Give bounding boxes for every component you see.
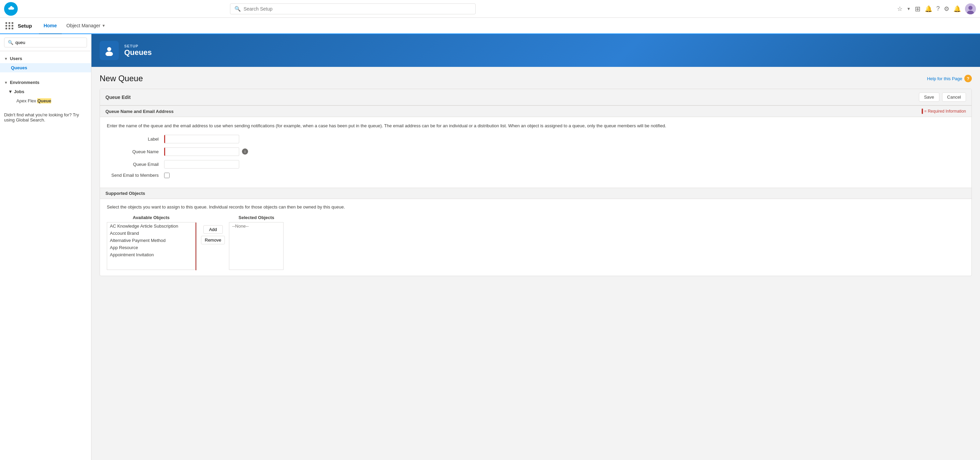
list-item[interactable]: Account Brand (107, 230, 195, 237)
queue-email-field-label: Queue Email (107, 162, 161, 167)
sidebar-section-users: ▼ Users Queues (0, 51, 91, 75)
avatar[interactable] (965, 3, 976, 14)
objects-middle: Add Remove (197, 215, 229, 244)
label-input[interactable] (164, 135, 239, 143)
sidebar-group-users[interactable]: ▼ Users (0, 54, 91, 63)
label-row: Label (107, 135, 965, 143)
supported-objects-body: Select the objects you want to assign to… (100, 199, 972, 276)
list-item[interactable]: App Resource (107, 244, 195, 251)
page-content: New Queue Help for this Page ? Queue Edi… (91, 67, 980, 283)
info-icon[interactable]: i (242, 148, 248, 154)
sidebar-search-inner: 🔍 (4, 38, 87, 48)
send-email-checkbox[interactable] (164, 173, 170, 178)
queue-email-row: Queue Email (107, 160, 965, 169)
layout: 🔍 ▼ Users Queues ▼ Environments ▼ Jobs (0, 34, 980, 460)
chevron-down-icon: ▼ (102, 24, 105, 28)
queue-name-row: Queue Name i (107, 147, 965, 156)
available-objects-column: Available Objects AC Knowledge Article S… (107, 215, 196, 270)
second-nav: Setup Home Object Manager ▼ (0, 18, 980, 34)
queue-description: Enter the name of the queue and the emai… (107, 123, 965, 129)
required-bar (922, 108, 923, 114)
sidebar-group-environments[interactable]: ▼ Environments (0, 78, 91, 87)
available-objects-list[interactable]: AC Knowledge Article Subscription Accoun… (107, 222, 196, 270)
page-title-row: New Queue Help for this Page ? (100, 74, 972, 83)
selected-objects-list[interactable]: --None-- (229, 222, 283, 270)
queue-email-input[interactable] (164, 160, 239, 169)
objects-columns: Available Objects AC Knowledge Article S… (107, 215, 965, 270)
app-name: Setup (18, 23, 32, 29)
cancel-button[interactable]: Cancel (942, 92, 966, 102)
sidebar-not-found: Didn't find what you're looking for? Try… (0, 108, 91, 127)
main-content: SETUP Queues New Queue Help for this Pag… (91, 34, 980, 460)
selected-objects-header: Selected Objects (229, 215, 283, 220)
queue-edit-header: Queue Edit Save Cancel (100, 89, 972, 105)
gear-icon[interactable]: ⚙ (944, 5, 949, 13)
star-icon[interactable]: ☆ (897, 5, 902, 13)
form-card: Queue Edit Save Cancel Queue Name and Em… (100, 89, 972, 276)
add-button[interactable]: Add (204, 225, 223, 234)
help-link[interactable]: Help for this Page ? (927, 75, 972, 82)
sidebar-sub-group-jobs[interactable]: ▼ Jobs (0, 87, 91, 96)
top-nav-actions: ☆ ▼ ⊞ 🔔 ? ⚙ 🔔 (897, 3, 976, 14)
queue-name-field-label: Queue Name (107, 149, 161, 154)
sidebar-item-queues[interactable]: Queues (0, 63, 91, 72)
tab-home[interactable]: Home (39, 18, 62, 34)
search-bar: 🔍 (230, 3, 476, 14)
setup-eyebrow: SETUP (124, 44, 152, 48)
dropdown-icon[interactable]: ▼ (907, 6, 911, 11)
queue-edit-title: Queue Edit (105, 94, 131, 100)
queue-name-input[interactable] (164, 147, 239, 156)
search-input[interactable] (243, 6, 471, 11)
send-email-field-label: Send Email to Members (107, 173, 161, 178)
send-email-row: Send Email to Members (107, 173, 965, 178)
available-objects-header: Available Objects (107, 215, 196, 220)
sidebar-search: 🔍 (0, 34, 91, 51)
chevron-down-icon: ▼ (4, 57, 8, 61)
list-item[interactable]: AC Knowledge Article Subscription (107, 223, 195, 230)
queue-name-section-header: Queue Name and Email Address = Required … (100, 106, 972, 117)
setup-header-text: SETUP Queues (124, 44, 152, 57)
search-bar-wrapper: 🔍 (230, 3, 476, 14)
svg-point-4 (107, 47, 111, 51)
help-link-text: Help for this Page (927, 76, 962, 81)
setup-header: SETUP Queues (91, 34, 980, 67)
setup-header-icon (100, 41, 119, 60)
svg-point-2 (969, 6, 972, 10)
salesforce-logo[interactable] (4, 2, 18, 16)
required-indicator: = Required Information (922, 108, 966, 114)
save-button[interactable]: Save (919, 92, 939, 102)
search-highlight: Queue (37, 98, 51, 103)
app-menu-icon[interactable] (5, 22, 14, 29)
queue-name-section: Queue Name and Email Address = Required … (100, 105, 972, 188)
chevron-down-icon: ▼ (4, 81, 8, 84)
supported-objects-section: Supported Objects Select the objects you… (100, 188, 972, 276)
sidebar: 🔍 ▼ Users Queues ▼ Environments ▼ Jobs (0, 34, 91, 460)
supported-objects-header: Supported Objects (100, 188, 972, 199)
remove-button[interactable]: Remove (201, 236, 225, 244)
list-item[interactable]: Alternative Payment Method (107, 237, 195, 244)
sidebar-search-icon: 🔍 (8, 40, 13, 45)
help-icon: ? (964, 75, 972, 82)
supported-objects-description: Select the objects you want to assign to… (107, 204, 965, 210)
list-item: --None-- (232, 223, 280, 229)
bell-icon[interactable]: 🔔 (925, 5, 932, 13)
form-section-actions: Save Cancel (919, 92, 966, 102)
chevron-down-icon: ▼ (8, 89, 13, 94)
list-item[interactable]: Appointment Invitation (107, 251, 195, 258)
top-nav: 🔍 ☆ ▼ ⊞ 🔔 ? ⚙ 🔔 (0, 0, 980, 18)
svg-point-5 (105, 51, 113, 56)
tab-object-manager[interactable]: Object Manager ▼ (62, 18, 111, 34)
supported-objects-title: Supported Objects (105, 191, 145, 196)
page-title: New Queue (100, 74, 143, 83)
queue-name-form-body: Enter the name of the queue and the emai… (100, 117, 972, 188)
sidebar-search-input[interactable] (15, 40, 83, 45)
question-icon[interactable]: ? (936, 5, 940, 12)
add-icon[interactable]: ⊞ (915, 5, 921, 13)
setup-title: Queues (124, 48, 152, 57)
queue-name-title: Queue Name and Email Address (105, 109, 174, 114)
sidebar-item-apex-flex-queue[interactable]: Apex Flex Queue (0, 96, 91, 105)
search-icon: 🔍 (234, 6, 241, 12)
notification-icon[interactable]: 🔔 (953, 5, 961, 13)
selected-objects-column: Selected Objects --None-- (229, 215, 283, 270)
label-field-label: Label (107, 137, 161, 142)
